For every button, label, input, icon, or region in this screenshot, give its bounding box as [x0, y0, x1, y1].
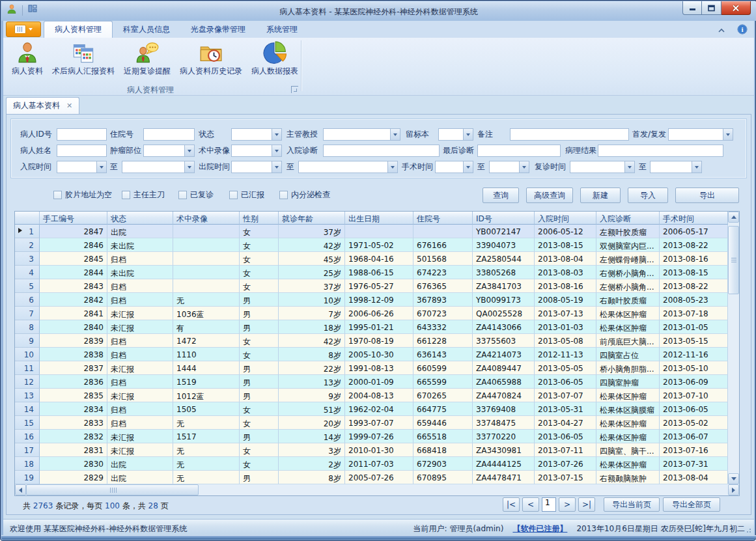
cell: 1970-08-19	[345, 334, 413, 348]
patient-data-report-button[interactable]: 病人数据报表	[247, 40, 303, 78]
checkbox-director-surgeon[interactable]: 主任主刀	[122, 190, 165, 200]
cell: 归档	[107, 375, 173, 389]
scroll-left-button[interactable]	[15, 484, 26, 495]
table-row-2[interactable]: 22846未出院女42岁1971-05-02676166339040732013…	[15, 238, 728, 252]
column-header-9[interactable]: 入院时间	[535, 212, 596, 225]
cell: 归档	[107, 402, 173, 416]
table-row-6[interactable]: 62842归档无男10岁1998-12-09367893YB0099173200…	[15, 293, 728, 307]
ribbon-tab-patient-data-management[interactable]: 病人资料管理	[44, 21, 113, 38]
vertical-scroll-thumb[interactable]	[728, 226, 739, 294]
checkbox-box[interactable]	[279, 191, 288, 199]
checkbox-box[interactable]	[122, 191, 130, 199]
horizontal-scrollbar[interactable]	[15, 484, 739, 495]
cell: 1993-07-07	[345, 416, 413, 430]
last-page-button[interactable]: >|	[578, 497, 595, 512]
table-row-12[interactable]: 122836归档1519男13岁2000-01-09665599ZA406598…	[15, 375, 728, 389]
table-row-17[interactable]: 172831未汇报无女3岁2010-01-30668418ZA343098120…	[15, 443, 728, 457]
postop-report-data-button[interactable]: 术后病人汇报资料	[48, 40, 119, 78]
cell: 45岁	[279, 252, 345, 266]
table-row-14[interactable]: 142834归档1505女51岁1962-02-0466477533769408…	[15, 402, 728, 416]
column-header-3[interactable]: 术中录像	[173, 212, 240, 225]
scroll-right-button[interactable]	[728, 484, 739, 495]
patient-history-button[interactable]: 病人资料历史记录	[175, 40, 247, 78]
table-row-19[interactable]: 192829出院无男8岁2005-07-26670895ZA4478471201…	[15, 471, 728, 484]
maximize-button[interactable]	[702, 1, 721, 15]
new-button[interactable]: 新建	[580, 187, 621, 203]
checkbox-box[interactable]	[53, 191, 62, 199]
tab-close-icon[interactable]: ✕	[66, 102, 72, 110]
checkbox-endocrine-exam[interactable]: 内分泌检查	[279, 190, 330, 200]
cell: 1995-01-21	[345, 320, 413, 334]
ribbon-tab-disc-video-management[interactable]: 光盘录像带管理	[180, 21, 256, 38]
resize-grip[interactable]	[745, 527, 751, 533]
column-header-5[interactable]: 就诊年龄	[279, 212, 345, 225]
column-header-8[interactable]: ID号	[473, 212, 535, 225]
column-header-7[interactable]: 住院号	[413, 212, 473, 225]
status-bar: 欢迎使用 某某医院神经外科-神经外科数据管理系统 当前用户: 管理员(admin…	[3, 519, 754, 536]
minimize-button[interactable]	[682, 1, 702, 15]
checkbox-box[interactable]	[229, 191, 238, 199]
import-button[interactable]: 导入	[628, 187, 668, 203]
column-header-11[interactable]: 手术时间	[660, 212, 728, 225]
application-menu-button[interactable]	[6, 21, 41, 37]
ribbon-tab-system-management[interactable]: 系统管理	[256, 21, 308, 38]
cell: QA0025528	[473, 307, 535, 320]
row-number: 7	[15, 307, 40, 320]
column-header-4[interactable]: 性别	[240, 212, 279, 225]
cell: 女	[240, 416, 279, 430]
next-page-button[interactable]: >	[559, 497, 576, 512]
horizontal-scroll-thumb[interactable]	[26, 484, 199, 495]
table-row-13[interactable]: 132835未汇报1012蓝男9岁2004-08-13670265ZA44708…	[15, 389, 728, 402]
first-page-button[interactable]: |<	[503, 497, 520, 512]
table-row-5[interactable]: 52843归档女37岁1976-05-27676365ZA38417032013…	[15, 279, 728, 293]
table-row-15[interactable]: 152833归档无女20岁1993-07-0765944633748475201…	[15, 416, 728, 430]
dialog-launcher-icon[interactable]	[291, 86, 298, 93]
advanced-query-button[interactable]: 高级查询	[526, 187, 573, 203]
export-all-pages-button[interactable]: 导出全部页	[663, 497, 720, 512]
table-row-7[interactable]: 72841未汇报1036蓝男7岁2006-06-26670723QA002552…	[15, 307, 728, 320]
cell: 2013-08-22	[660, 238, 728, 252]
column-header-2[interactable]: 状态	[107, 212, 173, 225]
table-row-10[interactable]: 102838归档1110女8岁2005-10-30636143ZA4214073…	[15, 348, 728, 361]
vertical-scrollbar[interactable]	[728, 212, 739, 484]
scroll-up-button[interactable]	[728, 212, 739, 223]
close-button[interactable]	[721, 1, 751, 15]
table-row-18[interactable]: 182830出院无女2岁2011-07-03672903ZA4444125201…	[15, 457, 728, 471]
checkbox-reported[interactable]: 已汇报	[229, 190, 264, 200]
table-row-9[interactable]: 92839归档1472女42岁1970-08-19661228337556032…	[15, 334, 728, 348]
table-row-1[interactable]: 12847出院女37岁YB00721472006-05-12左额叶胶质瘤2006…	[15, 225, 728, 238]
checkbox-followed-up[interactable]: 已复诊	[178, 190, 214, 200]
prev-page-button[interactable]: <	[522, 497, 539, 512]
document-tab-patient-basic-data[interactable]: 病人基本资料 ✕	[6, 97, 79, 114]
cell: 2000-01-09	[345, 375, 413, 389]
export-current-page-button[interactable]: 导出当前页	[604, 497, 660, 512]
row-indicator-header	[15, 212, 40, 225]
page-number-input[interactable]: 1	[542, 497, 556, 512]
license-registered-link[interactable]: 【软件已注册】	[512, 523, 567, 534]
export-button[interactable]: 导出	[675, 187, 739, 203]
help-info-icon[interactable]: i	[737, 24, 748, 36]
cell: 2836	[40, 375, 107, 389]
table-row-16[interactable]: 162832未汇报1517男14岁1999-07-266655183377022…	[15, 430, 728, 443]
followup-reminder-button[interactable]: 近期复诊提醒	[119, 40, 175, 78]
cell: 松果体区脑膜瘤	[596, 402, 660, 416]
column-header-1[interactable]: 手工编号	[40, 212, 107, 225]
ribbon-group-patient-data: 病人资料术后病人汇报资料近期复诊提醒病人资料历史记录病人数据报表 病人资料管理	[3, 38, 754, 96]
checkbox-film-address-empty[interactable]: 胶片地址为空	[53, 190, 112, 200]
patient-records-button[interactable]: 病人资料	[7, 40, 48, 78]
minimize-ribbon-chevron-icon[interactable]	[718, 26, 725, 35]
scroll-down-button[interactable]	[728, 473, 739, 484]
cell	[173, 252, 240, 266]
column-header-10[interactable]: 入院诊断	[596, 212, 660, 225]
table-row-3[interactable]: 32845归档女45岁1968-04-16501568ZA25805442013…	[15, 252, 728, 266]
cell: 1036蓝	[173, 307, 240, 320]
column-header-6[interactable]: 出生日期	[345, 212, 413, 225]
table-row-8[interactable]: 82840未汇报有男18岁1995-01-21643332ZA414306620…	[15, 320, 728, 334]
cell: 37岁	[279, 279, 345, 293]
table-row-11[interactable]: 112837未汇报1444男22岁1991-08-13660599ZA40894…	[15, 361, 728, 375]
pie-chart-icon	[263, 41, 287, 64]
ribbon-tab-department-staff-info[interactable]: 科室人员信息	[113, 21, 180, 38]
query-button[interactable]: 查询	[483, 187, 519, 203]
checkbox-box[interactable]	[178, 191, 187, 199]
table-row-4[interactable]: 42844未出院女25岁1988-06-15674223338052682013…	[15, 266, 728, 279]
